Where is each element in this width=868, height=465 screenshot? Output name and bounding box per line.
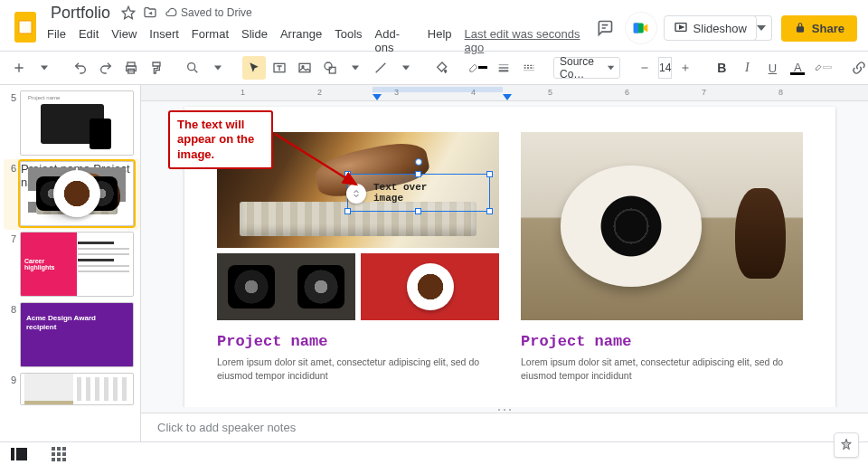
- print-button[interactable]: [119, 56, 143, 80]
- highlight-color-button[interactable]: [811, 56, 835, 80]
- project-body[interactable]: Lorem ipsum dolor sit amet, consectetur …: [217, 356, 499, 382]
- shape-dropdown[interactable]: [344, 56, 367, 80]
- font-size-increase[interactable]: [674, 56, 697, 80]
- border-weight-button[interactable]: [492, 56, 515, 80]
- new-slide-button[interactable]: [7, 56, 31, 80]
- app-header: Portfolio Saved to Drive File Edit View …: [0, 0, 868, 51]
- menu-arrange[interactable]: Arrange: [280, 27, 322, 54]
- text-color-button[interactable]: A: [786, 56, 809, 80]
- line-dropdown[interactable]: [394, 56, 418, 80]
- menu-view[interactable]: View: [111, 27, 137, 54]
- slide-thumbnail[interactable]: Acme Design Award recipient: [20, 302, 134, 367]
- slideshow-dropdown[interactable]: [751, 15, 772, 41]
- resize-handle[interactable]: [344, 208, 351, 214]
- resize-handle[interactable]: [344, 171, 351, 177]
- slide-thumbnail-selected[interactable]: Project name Project name: [20, 161, 134, 226]
- menu-format[interactable]: Format: [192, 27, 229, 54]
- thumb-row[interactable]: 7 Career highlights: [4, 230, 140, 300]
- project-body[interactable]: Lorem ipsum dolor sit amet, consectetur …: [521, 356, 803, 382]
- annotation-callout: The text will appear on the image.: [168, 110, 273, 169]
- underline-button[interactable]: U: [760, 56, 784, 80]
- textbox-content[interactable]: Text over image: [373, 182, 427, 204]
- selected-textbox[interactable]: Text over image: [347, 174, 490, 212]
- font-size-input[interactable]: 14: [658, 57, 672, 79]
- italic-button[interactable]: I: [735, 56, 759, 80]
- resize-handle[interactable]: [415, 208, 421, 214]
- menu-tools[interactable]: Tools: [335, 27, 362, 54]
- menu-insert[interactable]: Insert: [149, 27, 179, 54]
- undo-button[interactable]: [69, 56, 92, 80]
- line-tool[interactable]: [369, 56, 392, 80]
- slide-thumbnail[interactable]: Project name: [20, 90, 134, 156]
- rotate-handle[interactable]: [415, 158, 422, 166]
- zoom-dropdown[interactable]: [206, 56, 230, 80]
- canvas-area: 1 2 3 4 5 6 7 8 The text will appear on …: [141, 85, 868, 441]
- bold-button[interactable]: B: [710, 56, 733, 80]
- svg-rect-33: [62, 452, 66, 456]
- thumb-row[interactable]: 8 Acme Design Award recipient: [4, 300, 140, 371]
- menu-file[interactable]: File: [47, 27, 66, 54]
- indent-marker-right[interactable]: [503, 94, 512, 100]
- textbox-tool[interactable]: [268, 56, 291, 80]
- slideshow-button[interactable]: Slideshow: [664, 15, 757, 41]
- meet-icon[interactable]: [627, 14, 655, 42]
- speaker-notes[interactable]: Click to add speaker notes: [141, 413, 868, 441]
- chevron-down-icon: [757, 24, 766, 33]
- share-button[interactable]: Share: [781, 15, 857, 42]
- menu-edit[interactable]: Edit: [79, 27, 99, 54]
- project-title[interactable]: Project name: [521, 333, 803, 350]
- zoom-button[interactable]: [181, 56, 204, 80]
- horizontal-ruler[interactable]: 1 2 3 4 5 6 7 8: [141, 85, 868, 101]
- thumb-row[interactable]: 5 Project name: [4, 89, 140, 159]
- paint-format-button[interactable]: [145, 56, 168, 80]
- redo-button[interactable]: [94, 56, 118, 80]
- svg-point-15: [325, 62, 332, 70]
- thumb-row[interactable]: 9: [4, 371, 140, 409]
- project-title[interactable]: Project name: [217, 333, 499, 350]
- project-image[interactable]: [217, 253, 355, 320]
- autofit-icon[interactable]: [346, 184, 366, 204]
- document-title[interactable]: Portfolio: [47, 3, 114, 24]
- filmstrip[interactable]: 5 Project name 6 Project name Project na…: [0, 85, 141, 441]
- resize-handle[interactable]: [486, 208, 493, 214]
- border-color-button[interactable]: [467, 56, 490, 80]
- last-edit-link[interactable]: Last edit was seconds ago: [465, 27, 591, 54]
- comments-icon[interactable]: [591, 14, 618, 42]
- menu-help[interactable]: Help: [428, 27, 452, 54]
- resize-handle[interactable]: [486, 171, 493, 177]
- svg-rect-28: [52, 447, 55, 451]
- shape-tool[interactable]: [318, 56, 342, 80]
- new-slide-dropdown[interactable]: [33, 56, 56, 80]
- slide-thumbnail[interactable]: [20, 373, 134, 405]
- toolbar: Source Co… 14 B I U A 123 ⋯: [0, 51, 868, 85]
- project-image[interactable]: [361, 253, 499, 320]
- image-tool[interactable]: [293, 56, 316, 80]
- project-image[interactable]: [521, 132, 803, 320]
- footer: [0, 441, 868, 465]
- border-dash-button[interactable]: [517, 56, 541, 80]
- svg-rect-27: [16, 448, 27, 460]
- thumb-number: 5: [5, 90, 16, 103]
- menu-slide[interactable]: Slide: [241, 27, 268, 54]
- select-tool[interactable]: [242, 56, 266, 80]
- slides-logo: [9, 6, 42, 50]
- filmstrip-view-button[interactable]: [7, 442, 31, 466]
- menu-addons[interactable]: Add-ons: [375, 27, 415, 54]
- font-size-decrease[interactable]: [633, 56, 656, 80]
- svg-rect-13: [299, 63, 310, 71]
- font-family-select[interactable]: Source Co…: [553, 57, 620, 79]
- star-icon[interactable]: [121, 5, 136, 20]
- svg-rect-32: [57, 452, 61, 456]
- grid-view-button[interactable]: [47, 442, 71, 466]
- explore-button[interactable]: [834, 432, 859, 458]
- svg-point-11: [188, 63, 195, 71]
- indent-marker-left[interactable]: [373, 94, 382, 100]
- insert-link-button[interactable]: [847, 56, 868, 80]
- resize-handle[interactable]: [415, 171, 421, 177]
- slide-thumbnail[interactable]: Career highlights: [20, 232, 134, 297]
- thumb-number: 7: [5, 232, 16, 244]
- thumb-row[interactable]: 6 Project name Project name: [4, 159, 140, 230]
- slide-canvas[interactable]: Project name Lorem ipsum dolor sit amet,…: [184, 107, 835, 407]
- fill-color-button[interactable]: [430, 56, 454, 80]
- move-folder-icon[interactable]: [143, 5, 157, 20]
